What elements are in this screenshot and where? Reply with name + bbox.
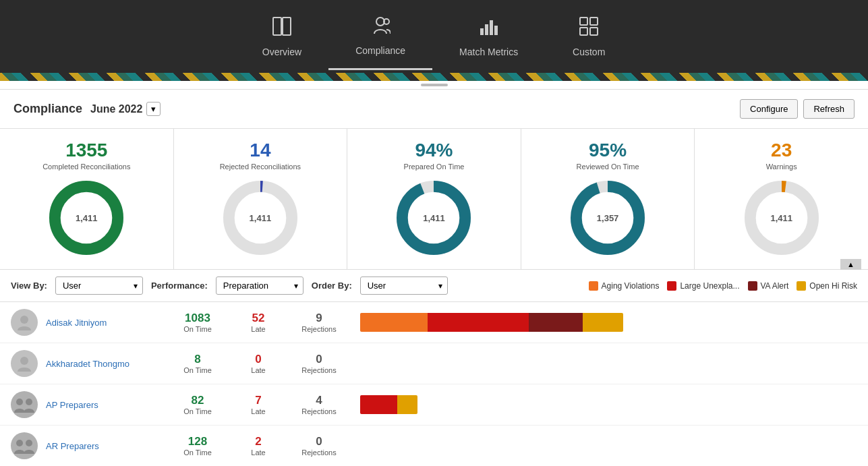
warnings-donut: 1,411: [741, 177, 822, 258]
reviewed-number: 95%: [589, 140, 627, 161]
bar-ap: [349, 395, 857, 414]
performance-select-wrapper: Preparation Review Approval: [216, 276, 303, 295]
compliance-icon: [370, 15, 390, 40]
prepared-donut: 1,411: [393, 177, 474, 258]
svg-rect-9: [590, 18, 598, 25]
rejections-ar: 0 Rejections: [289, 435, 349, 457]
va-dot: [748, 281, 757, 291]
large-dot: [667, 281, 676, 291]
rejected-center: 1,411: [250, 213, 272, 223]
overview-label: Overview: [262, 47, 301, 57]
collapse-button[interactable]: ▲: [840, 259, 861, 270]
rejections-ap: 4 Rejections: [289, 394, 349, 415]
match-metrics-icon: [479, 16, 499, 41]
on-time-num: 82: [192, 394, 204, 407]
bar-adisak: [349, 313, 857, 332]
nav-item-match-metrics[interactable]: Match Metrics: [432, 4, 545, 69]
view-by-select[interactable]: User Group Department: [55, 276, 143, 295]
configure-button[interactable]: Configure: [740, 99, 798, 119]
order-by-label: Order By:: [312, 281, 352, 291]
late-num: 7: [255, 394, 261, 407]
performance-select[interactable]: Preparation Review Approval: [216, 276, 303, 295]
late-label: Late: [251, 366, 265, 374]
rejected-donut: 1,411: [220, 177, 301, 258]
metric-card-rejected: 14 Rejected Reconciliations 1,411: [174, 129, 348, 269]
avatar-ap-preparers: [11, 391, 38, 418]
reviewed-donut: 1,357: [567, 177, 648, 258]
on-time-label: On Time: [183, 407, 212, 415]
completed-number: 1355: [65, 140, 107, 161]
late-label: Late: [251, 448, 265, 457]
rejections-akkharadet: 0 Rejections: [289, 353, 349, 374]
rejections-adisak: 9 Rejections: [289, 312, 349, 333]
performance-label: Performance:: [151, 281, 208, 291]
prepared-label: Prepared On Time: [404, 163, 465, 171]
refresh-button[interactable]: Refresh: [803, 99, 855, 119]
rejections-label: Rejections: [301, 325, 336, 333]
late-label: Late: [251, 325, 265, 333]
on-time-num: 128: [188, 435, 207, 448]
rejected-label: Rejected Reconciliations: [220, 163, 301, 171]
hi-risk-dot: [797, 281, 806, 291]
late-ar: 2 Late: [228, 435, 289, 457]
warnings-number: 23: [771, 140, 792, 161]
avatar-ar-preparers: [11, 432, 38, 459]
avatar-akkharadet: [11, 350, 38, 377]
reviewed-center: 1,357: [597, 213, 619, 223]
bar-large-ap: [360, 395, 397, 414]
table-row: AR Preparers 128 On Time 2 Late 0 Reject…: [0, 426, 868, 466]
nav-item-custom[interactable]: Custom: [545, 4, 633, 69]
svg-rect-7: [494, 26, 498, 35]
legend-hi-risk: Open Hi Risk: [797, 281, 857, 291]
svg-rect-10: [580, 28, 587, 35]
overview-icon: [272, 16, 292, 41]
user-name-ap-preparers[interactable]: AP Preparers: [46, 400, 167, 410]
legend-aging: Aging Violations: [589, 281, 660, 291]
table-row: Akkharadet Thongmo 8 On Time 0 Late 0 Re…: [0, 343, 868, 384]
on-time-ap: 82 On Time: [167, 394, 228, 415]
user-name-akkharadet[interactable]: Akkharadet Thongmo: [46, 359, 167, 369]
bar-chart-ap: [360, 395, 417, 414]
order-by-select[interactable]: User On Time Late: [360, 276, 448, 295]
metric-card-reviewed: 95% Reviewed On Time 1,357: [521, 129, 695, 269]
custom-label: Custom: [573, 47, 605, 57]
date-dropdown-button[interactable]: ▾: [146, 102, 161, 116]
page-title: Compliance: [13, 102, 82, 116]
match-metrics-label: Match Metrics: [459, 47, 518, 57]
prepared-number: 94%: [415, 140, 453, 161]
order-by-select-wrapper: User On Time Late: [360, 276, 448, 295]
rejections-num: 0: [316, 353, 322, 366]
nav-item-overview[interactable]: Overview: [235, 4, 328, 69]
svg-point-31: [16, 440, 23, 446]
compliance-label: Compliance: [355, 45, 405, 56]
warnings-label: Warnings: [766, 163, 797, 171]
metric-card-prepared: 94% Prepared On Time 1,411: [347, 129, 521, 269]
completed-center: 1,411: [76, 213, 98, 223]
large-label: Large Unexpla...: [680, 281, 739, 291]
svg-rect-4: [480, 28, 484, 35]
late-num: 2: [255, 435, 261, 448]
legend-section: Aging Violations Large Unexpla... VA Ale…: [589, 281, 857, 291]
table-container: Adisak Jitniyom 1083 On Time 52 Late 9 R…: [0, 302, 868, 466]
on-time-label: On Time: [183, 366, 212, 374]
rejected-number: 14: [250, 140, 270, 161]
svg-rect-1: [283, 18, 291, 35]
aging-dot: [589, 281, 598, 291]
user-name-ar-preparers[interactable]: AR Preparers: [46, 441, 167, 451]
bar-hi-risk-ap: [397, 395, 417, 414]
rejections-label: Rejections: [301, 407, 336, 415]
svg-rect-8: [580, 18, 587, 25]
svg-rect-6: [490, 20, 493, 35]
table-row: AP Preparers 82 On Time 7 Late 4 Rejecti…: [0, 384, 868, 426]
table-row: Adisak Jitniyom 1083 On Time 52 Late 9 R…: [0, 302, 868, 343]
metric-card-warnings: 23 Warnings 1,411: [695, 129, 868, 269]
aging-label: Aging Violations: [602, 281, 660, 291]
user-name-adisak[interactable]: Adisak Jitniyom: [46, 318, 167, 328]
header-row: Compliance June 2022 ▾ Configure Refresh: [0, 90, 868, 129]
warnings-center: 1,411: [770, 213, 792, 223]
legend-large: Large Unexpla...: [667, 281, 739, 291]
nav-item-compliance[interactable]: Compliance: [328, 3, 432, 70]
main-content: Compliance June 2022 ▾ Configure Refresh…: [0, 90, 868, 466]
bar-hi-risk: [583, 313, 623, 332]
bar-aging: [360, 313, 428, 332]
